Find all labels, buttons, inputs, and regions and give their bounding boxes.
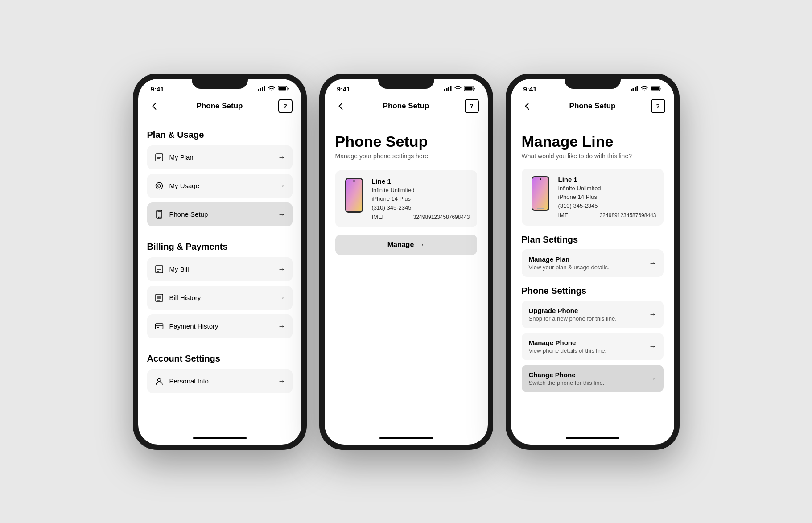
menu-label-my-bill: My Bill <box>169 265 189 273</box>
menu-item-phone-setup[interactable]: Phone Setup → <box>147 202 293 226</box>
line-plan-2: Infinite Unlimited <box>372 186 470 195</box>
arrow-my-usage: → <box>278 182 285 190</box>
svg-point-35 <box>353 180 355 182</box>
svg-rect-31 <box>465 87 472 91</box>
svg-rect-45 <box>532 177 548 210</box>
menu-label-my-plan: My Plan <box>169 153 194 161</box>
nav-bar-2: Phone Setup ? <box>325 95 488 119</box>
back-button-3[interactable] <box>520 99 534 113</box>
plan-icon <box>154 152 164 162</box>
menu-label-payment-history: Payment History <box>169 322 218 330</box>
svg-rect-28 <box>448 87 449 91</box>
phone-frame-2: 9:41 <box>319 74 493 450</box>
line-number-3: (310) 345-2345 <box>558 202 656 210</box>
imei-value-3: 3249891234587698443 <box>600 212 656 218</box>
manage-plan-desc: View your plan & usage details. <box>529 264 610 271</box>
line-device-2: iPhone 14 Plus <box>372 194 470 203</box>
svg-rect-39 <box>635 87 636 91</box>
ml-subtitle: What would you like to do with this line… <box>522 152 664 160</box>
help-button-1[interactable]: ? <box>278 99 293 113</box>
status-icons-3 <box>631 86 662 91</box>
change-phone-title: Change Phone <box>529 371 605 379</box>
arrow-manage-phone: → <box>649 342 656 350</box>
bill-icon <box>154 264 164 274</box>
home-bar-2 <box>379 437 433 439</box>
settings-item-change-phone[interactable]: Change Phone Switch the phone for this l… <box>522 365 664 392</box>
status-time-1: 9:41 <box>151 85 164 93</box>
settings-item-upgrade-phone[interactable]: Upgrade Phone Shop for a new phone for t… <box>522 301 664 328</box>
manage-phone-desc: View phone details of this line. <box>529 347 607 354</box>
phone-frame-1: 9:41 <box>133 74 307 450</box>
phone-setup-icon <box>154 210 164 219</box>
home-bar-3 <box>566 437 619 439</box>
payment-history-icon <box>154 321 164 331</box>
svg-rect-1 <box>260 88 261 91</box>
svg-rect-40 <box>636 86 638 91</box>
personal-info-icon <box>154 376 164 386</box>
notch-2 <box>378 74 434 89</box>
nav-title-1: Phone Setup <box>197 102 243 111</box>
phone-setup-content: Phone Setup Manage your phone settings h… <box>325 119 488 432</box>
svg-rect-0 <box>258 89 259 91</box>
menu-item-my-bill[interactable]: My Bill → <box>147 257 293 281</box>
back-button-1[interactable] <box>147 99 161 113</box>
status-icons-2 <box>444 86 475 91</box>
svg-rect-47 <box>537 208 544 209</box>
notch-1 <box>192 74 248 89</box>
phone-frame-3: 9:41 <box>506 74 680 450</box>
nav-bar-3: Phone Setup ? <box>511 95 674 119</box>
arrow-payment-history: → <box>278 322 285 330</box>
home-indicator-2 <box>325 432 488 445</box>
ml-big-title: Manage Line <box>522 133 664 150</box>
arrow-change-phone: → <box>649 375 656 383</box>
screen-1: 9:41 <box>138 79 301 445</box>
imei-label-3: IMEI <box>558 212 570 218</box>
status-time-3: 9:41 <box>523 85 537 93</box>
battery-icon <box>278 86 289 91</box>
svg-rect-5 <box>278 87 286 91</box>
arrow-manage-plan: → <box>649 259 656 267</box>
line-card-3: Line 1 Infinite Unlimited iPhone 14 Plus… <box>522 169 664 226</box>
section-header-billing: Billing & Payments <box>147 242 293 252</box>
svg-rect-22 <box>155 324 163 329</box>
svg-rect-3 <box>264 86 265 91</box>
help-button-3[interactable]: ? <box>651 99 665 113</box>
back-button-2[interactable] <box>334 99 348 113</box>
menu-item-personal-info[interactable]: Personal Info → <box>147 369 293 393</box>
menu-item-payment-history[interactable]: Payment History → <box>147 314 293 338</box>
line-plan-3: Infinite Unlimited <box>558 184 656 193</box>
line-card-2: Line 1 Infinite Unlimited iPhone 14 Plus… <box>335 170 477 228</box>
svg-rect-24 <box>157 327 159 328</box>
menu-label-personal-info: Personal Info <box>169 377 209 385</box>
menu-label-bill-history: Bill History <box>169 294 201 301</box>
bill-history-icon <box>154 293 164 303</box>
settings-item-manage-plan[interactable]: Manage Plan View your plan & usage detai… <box>522 249 664 277</box>
svg-rect-29 <box>450 86 451 91</box>
phone-illustration-3 <box>529 176 552 211</box>
arrow-personal-info: → <box>278 377 285 385</box>
menu-item-my-usage[interactable]: My Usage → <box>147 174 293 198</box>
menu-item-my-plan[interactable]: My Plan → <box>147 145 293 169</box>
nav-title-2: Phone Setup <box>383 102 429 111</box>
battery-icon-2 <box>464 86 475 91</box>
settings-item-manage-phone[interactable]: Manage Phone View phone details of this … <box>522 333 664 360</box>
svg-rect-26 <box>444 89 445 91</box>
manage-button[interactable]: Manage → <box>335 235 477 255</box>
line-name-2: Line 1 <box>372 177 470 185</box>
status-icons-1 <box>258 86 289 91</box>
signal-icon-2 <box>444 86 452 91</box>
section-header-plan-usage: Plan & Usage <box>147 130 293 140</box>
manage-plan-title: Manage Plan <box>529 255 610 263</box>
notch-3 <box>565 74 621 89</box>
menu-item-bill-history[interactable]: Bill History → <box>147 286 293 310</box>
svg-rect-34 <box>346 179 362 211</box>
ps-subtitle: Manage your phone settings here. <box>335 152 477 160</box>
nav-title-3: Phone Setup <box>569 102 616 111</box>
status-time-2: 9:41 <box>337 85 350 93</box>
home-bar-1 <box>193 437 247 439</box>
phone-settings-title: Phone Settings <box>522 286 664 296</box>
help-button-2[interactable]: ? <box>465 99 479 113</box>
menu-label-my-usage: My Usage <box>169 182 200 189</box>
svg-point-11 <box>158 185 161 187</box>
svg-rect-2 <box>262 87 263 91</box>
